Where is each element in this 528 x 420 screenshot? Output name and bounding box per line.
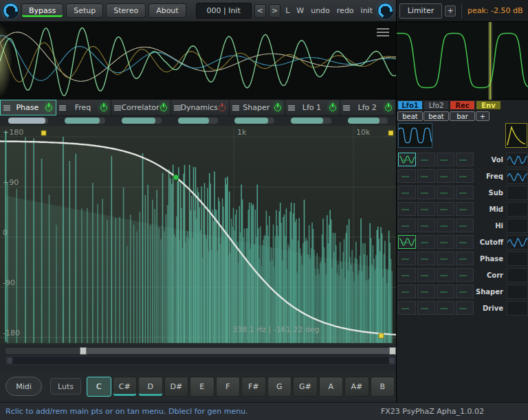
matrix-slot[interactable] [437,301,454,315]
mod-source-lfo2[interactable]: Lfo2 [424,100,449,110]
bypass-button[interactable]: Bypass [21,3,63,18]
tab-menu-icon[interactable] [288,105,295,111]
output-gain-knob[interactable] [377,3,393,19]
tab-power-icon[interactable] [384,104,393,112]
matrix-target-thumb[interactable] [507,301,528,316]
limiter-add-button[interactable]: + [445,5,456,16]
key-a[interactable]: A [319,377,344,397]
lfo-scope[interactable] [397,22,528,100]
matrix-slot[interactable] [417,219,435,232]
matrix-target-thumb[interactable] [507,153,528,167]
matrix-target-thumb[interactable] [507,235,528,250]
next-preset-button[interactable]: > [269,4,280,18]
key-d[interactable]: D [138,377,163,397]
init-button[interactable]: init [359,3,375,18]
module-mix-slider[interactable] [0,116,56,126]
matrix-target-thumb[interactable] [507,202,528,217]
module-mix-slider[interactable] [283,116,339,126]
tab-menu-icon[interactable] [59,105,66,111]
key-gs[interactable]: G# [293,377,318,397]
matrix-target-thumb[interactable] [507,186,528,200]
matrix-slot[interactable] [398,252,416,265]
key-f[interactable]: F [216,377,241,397]
undo-button[interactable]: undo [309,3,332,18]
matrix-slot[interactable] [398,186,416,199]
matrix-slot[interactable] [456,169,474,183]
matrix-slot[interactable] [417,301,435,315]
matrix-target-thumb[interactable] [507,268,528,283]
mod-source-lfo1[interactable]: Lfo1 [397,100,423,110]
sync-mode-0-beat[interactable]: beat [397,111,423,121]
matrix-slot[interactable] [456,285,474,298]
tab-dynamics[interactable]: Dynamics [171,100,230,115]
matrix-slot[interactable] [456,153,474,166]
key-c[interactable]: C [87,377,111,397]
tab-power-icon[interactable] [274,104,282,112]
tab-menu-icon[interactable] [174,105,181,111]
stereo-button[interactable]: Stereo [106,3,146,18]
matrix-slot[interactable] [417,186,435,199]
matrix-slot[interactable] [456,186,474,199]
scroll-handle-left[interactable] [80,347,87,355]
scroll-track[interactable] [6,348,396,354]
tab-lfo-1[interactable]: Lfo 1 [285,100,341,115]
matrix-slot[interactable] [437,285,454,298]
preset-display[interactable]: 000 | Init [196,3,252,19]
key-as[interactable]: A# [344,377,369,397]
setup-button[interactable]: Setup [66,3,103,18]
oscilloscope-display[interactable] [0,22,396,100]
wet-button[interactable]: W [294,3,306,18]
key-fs[interactable]: F# [241,377,266,397]
zoom-scrollbar[interactable] [6,348,396,366]
matrix-slot[interactable] [417,235,435,249]
matrix-slot[interactable] [417,268,435,282]
redo-button[interactable]: redo [335,3,356,18]
about-button[interactable]: About [148,3,186,18]
matrix-slot[interactable] [417,252,435,265]
tab-power-icon[interactable] [160,104,168,112]
phase-editor-canvas[interactable]: +180+900-90-1801k10k338.1 Hz | -161.22 d… [0,126,396,344]
matrix-slot[interactable] [417,153,435,166]
matrix-slot[interactable] [437,252,454,265]
mod-source-env[interactable]: Env [476,100,501,110]
matrix-target-thumb[interactable] [507,285,528,299]
matrix-slot[interactable] [437,268,454,282]
matrix-slot[interactable] [398,169,416,183]
sync-mode-1-beat[interactable]: beat [424,111,449,121]
module-mix-slider[interactable] [56,116,113,126]
module-mix-slider[interactable] [113,116,170,126]
tab-menu-icon[interactable] [343,105,350,111]
matrix-slot[interactable] [398,202,416,216]
tab-phase[interactable]: Phase [0,100,56,115]
key-ds[interactable]: D# [164,377,189,397]
lfo1-thumbnail[interactable] [398,123,432,148]
matrix-slot[interactable] [456,235,474,249]
input-gain-knob[interactable] [3,3,19,19]
module-mix-slider[interactable] [170,116,226,126]
matrix-slot[interactable] [398,285,416,298]
tab-power-icon[interactable] [329,104,337,112]
midi-button[interactable]: Midi [6,377,42,396]
matrix-slot[interactable] [437,219,454,232]
matrix-slot[interactable] [456,252,474,265]
matrix-slot[interactable] [398,301,416,315]
osc-menu-icon[interactable] [377,28,389,36]
matrix-target-thumb[interactable] [507,252,528,266]
tab-power-icon[interactable] [45,104,53,112]
matrix-slot[interactable] [437,186,454,199]
key-cs[interactable]: C# [113,377,138,397]
tab-freq[interactable]: Freq [56,100,112,115]
key-e[interactable]: E [190,377,214,397]
matrix-slot[interactable] [437,235,454,249]
scroll-overview[interactable] [6,356,396,365]
tab-lfo-2[interactable]: Lfo 2 [340,100,396,115]
limiter-mode-select[interactable]: Limiter [399,3,442,19]
scroll-handle-right[interactable] [389,347,396,355]
tab-power-icon[interactable] [218,104,226,112]
key-g[interactable]: G [267,377,292,397]
module-mix-slider[interactable] [226,116,283,126]
matrix-slot[interactable] [417,202,435,216]
phase-editor[interactable]: +180+900-90-1801k10k338.1 Hz | -161.22 d… [0,126,396,344]
matrix-slot[interactable] [437,153,454,166]
env-thumbnail[interactable] [505,123,527,148]
